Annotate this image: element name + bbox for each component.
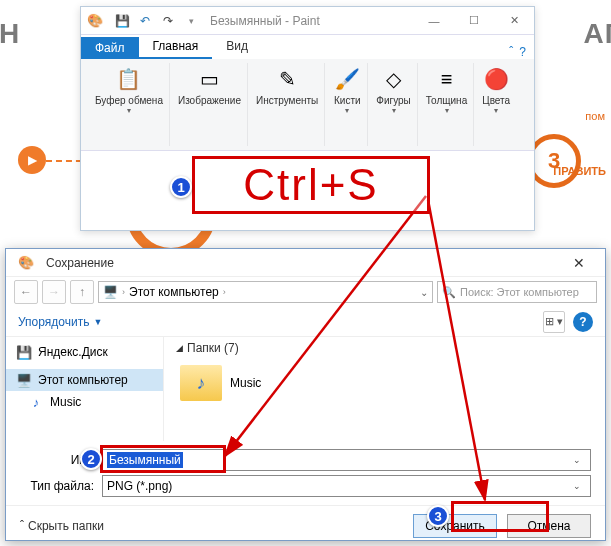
this-pc-icon: 🖥️ xyxy=(103,285,118,299)
filename-history-dropdown[interactable]: ⌄ xyxy=(568,455,586,465)
ribbon-tools-group[interactable]: ✎ Инструменты xyxy=(250,63,325,146)
dialog-help-button[interactable]: ? xyxy=(573,312,593,332)
annotation-box-filename xyxy=(100,445,226,473)
ribbon-colors-group[interactable]: 🔴 Цвета ▾ xyxy=(476,63,516,146)
view-tab[interactable]: Вид xyxy=(212,35,262,59)
filetype-label: Тип файла: xyxy=(20,479,94,493)
ribbon-tabs: Файл Главная Вид ˆ? xyxy=(81,35,534,59)
help-icon[interactable]: ? xyxy=(519,45,526,59)
qat-redo-button[interactable]: ↷ xyxy=(157,10,179,32)
save-dialog-titlebar[interactable]: 🎨 Сохранение ✕ xyxy=(6,249,605,277)
bg-title-right: АГА xyxy=(583,18,611,50)
breadcrumb-this-pc[interactable]: Этот компьютер xyxy=(129,285,219,299)
ribbon-shapes-group[interactable]: ◇ Фигуры ▾ xyxy=(370,63,417,146)
filetype-value: PNG (*.png) xyxy=(107,479,172,493)
brushes-label: Кисти xyxy=(334,95,361,106)
paint-app-icon: 🎨 xyxy=(16,253,36,273)
step-3-circle: 3 xyxy=(527,134,581,188)
tree-item-music[interactable]: ♪ Music xyxy=(6,391,163,413)
close-button[interactable]: ✕ xyxy=(494,7,534,35)
disk-icon: 💾 xyxy=(16,344,32,360)
annotation-ctrl-s: Ctrl+S xyxy=(192,156,430,214)
paint-document-title: Безымянный - Paint xyxy=(210,14,320,28)
clipboard-icon: 📋 xyxy=(115,65,143,93)
annotation-box-save xyxy=(451,501,549,532)
nav-back-button[interactable]: ← xyxy=(14,280,38,304)
search-placeholder: Поиск: Этот компьютер xyxy=(460,286,579,298)
image-tools-icon: ▭ xyxy=(195,65,223,93)
paint-titlebar[interactable]: 🎨 💾 ↶ ↷ ▾ Безымянный - Paint — ☐ ✕ xyxy=(81,7,534,35)
search-icon: 🔍 xyxy=(442,286,456,299)
help-hint: пом xyxy=(585,110,605,122)
nav-forward-button[interactable]: → xyxy=(42,280,66,304)
ribbon-size-group[interactable]: ≡ Толщина ▾ xyxy=(420,63,474,146)
dialog-close-button[interactable]: ✕ xyxy=(559,255,599,271)
colors-icon: 🔴 xyxy=(482,65,510,93)
dialog-toolbar: Упорядочить▼ ⊞ ▾ ? xyxy=(6,307,605,337)
image-label: Изображение xyxy=(178,95,241,106)
this-pc-icon: 🖥️ xyxy=(16,372,32,388)
file-list-pane[interactable]: ◢ Папки (7) ♪ Music xyxy=(164,337,605,441)
filetype-dropdown-icon[interactable]: ⌄ xyxy=(568,481,586,491)
annotation-badge-3: 3 xyxy=(427,505,449,527)
navigation-tree[interactable]: 💾 Яндекс.Диск 🖥️ Этот компьютер ♪ Music xyxy=(6,337,164,441)
colors-label: Цвета xyxy=(482,95,510,106)
annotation-badge-2: 2 xyxy=(80,448,102,470)
nav-up-button[interactable]: ↑ xyxy=(70,280,94,304)
size-label: Толщина xyxy=(426,95,467,106)
address-bar-row: ← → ↑ 🖥️ › Этот компьютер › ⌄ 🔍 Поиск: Э… xyxy=(6,277,605,307)
chevron-up-icon: ˆ xyxy=(20,519,24,533)
pencil-icon: ✎ xyxy=(273,65,301,93)
folders-group-header[interactable]: ◢ Папки (7) xyxy=(176,341,593,355)
search-input[interactable]: 🔍 Поиск: Этот компьютер xyxy=(437,281,597,303)
save-dialog-title: Сохранение xyxy=(46,256,114,270)
home-tab[interactable]: Главная xyxy=(139,35,213,59)
ribbon-collapse-icon[interactable]: ˆ xyxy=(509,45,513,59)
music-note-icon: ♪ xyxy=(28,394,44,410)
file-tab[interactable]: Файл xyxy=(81,37,139,59)
shapes-label: Фигуры xyxy=(376,95,410,106)
folder-icon: ♪ xyxy=(180,365,222,401)
brush-icon: 🖌️ xyxy=(333,65,361,93)
ribbon: 📋 Буфер обмена ▾ ▭ Изображение ✎ Инструм… xyxy=(81,59,534,151)
ribbon-brushes-group[interactable]: 🖌️ Кисти ▾ xyxy=(327,63,368,146)
ribbon-image-group[interactable]: ▭ Изображение xyxy=(172,63,248,146)
shapes-icon: ◇ xyxy=(380,65,408,93)
minimize-button[interactable]: — xyxy=(414,7,454,35)
tree-item-yandex-disk[interactable]: 💾 Яндекс.Диск xyxy=(6,341,163,363)
step-3-label: ПРАВИТЬ xyxy=(553,165,606,177)
quick-access-toolbar: 💾 ↶ ↷ ▾ xyxy=(111,10,202,32)
qat-save-button[interactable]: 💾 xyxy=(111,10,133,32)
tree-item-this-pc[interactable]: 🖥️ Этот компьютер xyxy=(6,369,163,391)
qat-undo-button[interactable]: ↶ xyxy=(134,10,156,32)
tools-label: Инструменты xyxy=(256,95,318,106)
save-dialog: 🎨 Сохранение ✕ ← → ↑ 🖥️ › Этот компьютер… xyxy=(5,248,606,541)
clipboard-label: Буфер обмена xyxy=(95,95,163,106)
carousel-prev-button[interactable]: ▶ xyxy=(18,146,46,174)
folder-item-music[interactable]: ♪ Music xyxy=(176,361,593,405)
organize-button[interactable]: Упорядочить▼ xyxy=(18,315,102,329)
qat-customize[interactable]: ▾ xyxy=(180,10,202,32)
address-bar[interactable]: 🖥️ › Этот компьютер › ⌄ xyxy=(98,281,433,303)
maximize-button[interactable]: ☐ xyxy=(454,7,494,35)
paint-app-icon: 🎨 xyxy=(85,11,105,31)
stroke-size-icon: ≡ xyxy=(433,65,461,93)
view-options-button[interactable]: ⊞ ▾ xyxy=(543,311,565,333)
bg-title-left: КРИН xyxy=(0,18,20,50)
annotation-badge-1: 1 xyxy=(170,176,192,198)
filetype-select[interactable]: PNG (*.png) ⌄ xyxy=(102,475,591,497)
ribbon-clipboard-group[interactable]: 📋 Буфер обмена ▾ xyxy=(89,63,170,146)
address-dropdown-icon[interactable]: ⌄ xyxy=(420,287,428,298)
hide-folders-toggle[interactable]: ˆ Скрыть папки xyxy=(20,519,104,533)
